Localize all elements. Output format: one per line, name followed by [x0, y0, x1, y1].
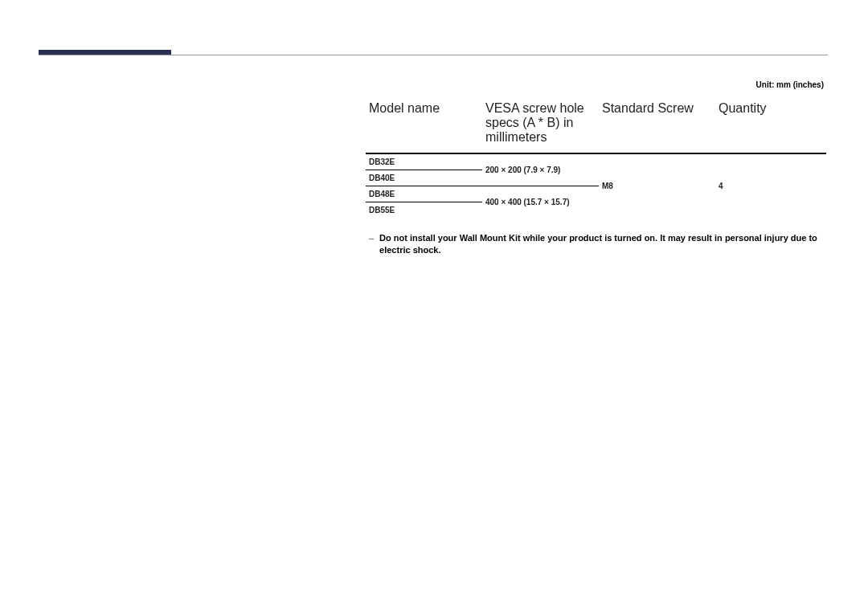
cell-screw: M8 [599, 153, 715, 218]
table-row: DB32E 200 × 200 (7.9 × 7.9) M8 4 [366, 153, 826, 170]
table-header-row: Model name VESA screw hole specs (A * B)… [366, 96, 826, 153]
cell-qty: 4 [715, 153, 826, 218]
warning-note: – Do not install your Wall Mount Kit whi… [366, 232, 826, 257]
cell-vesa: 200 × 200 (7.9 × 7.9) [482, 153, 599, 186]
cell-model: DB48E [366, 186, 482, 202]
dash-icon: – [366, 232, 377, 244]
th-vesa: VESA screw hole specs (A * B) in millime… [482, 96, 599, 153]
cell-vesa: 400 × 400 (15.7 × 15.7) [482, 186, 599, 219]
content-area: Model name VESA screw hole specs (A * B)… [366, 96, 826, 257]
th-screw: Standard Screw [599, 96, 715, 153]
warning-text: Do not install your Wall Mount Kit while… [379, 232, 824, 257]
cell-model: DB40E [366, 170, 482, 186]
header-rule [39, 55, 828, 55]
th-qty: Quantity [715, 96, 826, 153]
page: Unit: mm (inches) Model name VESA screw … [0, 0, 868, 613]
spec-table: Model name VESA screw hole specs (A * B)… [366, 96, 826, 218]
cell-model: DB55E [366, 202, 482, 219]
unit-label: Unit: mm (inches) [756, 80, 824, 89]
th-model: Model name [366, 96, 482, 153]
cell-model: DB32E [366, 153, 482, 170]
